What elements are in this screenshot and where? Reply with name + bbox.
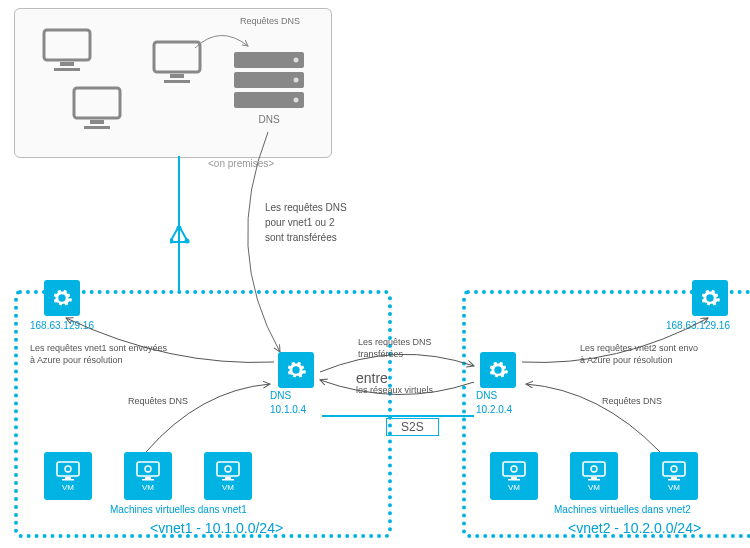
vnet1-azure-ip: 168.63.129.16 xyxy=(30,320,94,331)
svg-rect-1 xyxy=(60,62,74,66)
svg-rect-34 xyxy=(508,479,520,481)
svg-rect-7 xyxy=(170,74,184,78)
monitor-icon xyxy=(150,40,204,86)
monitor-icon xyxy=(40,28,94,74)
vnet1-dns-label: DNS xyxy=(270,390,291,401)
svg-rect-39 xyxy=(663,462,685,476)
svg-point-40 xyxy=(671,466,677,472)
vnet2-to-azure-label: Les requêtes vnet2 sont envo à Azure pou… xyxy=(580,342,698,366)
svg-rect-3 xyxy=(74,88,120,118)
svg-point-12 xyxy=(294,78,299,83)
vnet1-footer: <vnet1 - 10.1.0.0/24> xyxy=(150,520,283,536)
s2s-link xyxy=(322,415,474,417)
vm-icon: VM xyxy=(650,452,698,500)
vm-icon: VM xyxy=(570,452,618,500)
svg-rect-30 xyxy=(222,479,234,481)
svg-rect-31 xyxy=(503,462,525,476)
svg-point-24 xyxy=(145,466,151,472)
onprem-label: <on premises> xyxy=(208,158,274,169)
svg-point-36 xyxy=(591,466,597,472)
svg-rect-29 xyxy=(225,477,231,479)
svg-rect-4 xyxy=(90,120,104,124)
vnet2-req-label: Requêtes DNS xyxy=(602,396,662,406)
svg-point-32 xyxy=(511,466,517,472)
svg-rect-22 xyxy=(62,479,74,481)
vnet2-dns-ip: 10.2.0.4 xyxy=(476,404,512,415)
svg-rect-33 xyxy=(511,477,517,479)
vnet1-vm-group-label: Machines virtuelles dans vnet1 xyxy=(110,504,247,515)
vm-icon: VM xyxy=(204,452,252,500)
svg-rect-6 xyxy=(154,42,200,72)
gear-icon xyxy=(278,352,314,388)
svg-point-14 xyxy=(294,98,299,103)
gear-icon xyxy=(480,352,516,388)
inter-fwd-label: Les requêtes DNStransférées xyxy=(358,336,432,360)
svg-point-18 xyxy=(185,239,190,244)
s2s-label: S2S xyxy=(386,418,439,436)
svg-rect-38 xyxy=(588,479,600,481)
svg-rect-27 xyxy=(217,462,239,476)
svg-rect-42 xyxy=(668,479,680,481)
svg-rect-0 xyxy=(44,30,90,60)
forward-text: Les requêtes DNSpour vnet1 ou 2sont tran… xyxy=(265,200,347,245)
gear-icon xyxy=(692,280,728,316)
svg-rect-26 xyxy=(142,479,154,481)
onprem-dns-label: DNS xyxy=(232,114,306,125)
svg-rect-41 xyxy=(671,477,677,479)
monitor-icon xyxy=(70,86,124,132)
svg-rect-19 xyxy=(57,462,79,476)
vnet1-req-label: Requêtes DNS xyxy=(128,396,188,406)
svg-rect-37 xyxy=(591,477,597,479)
svg-rect-8 xyxy=(164,80,190,83)
svg-rect-5 xyxy=(84,126,110,129)
svg-rect-21 xyxy=(65,477,71,479)
entre-label: entre les réseaux virtuels xyxy=(356,370,433,395)
vnet1-dns-ip: 10.1.0.4 xyxy=(270,404,306,415)
svg-rect-35 xyxy=(583,462,605,476)
svg-rect-23 xyxy=(137,462,159,476)
gear-icon xyxy=(44,280,80,316)
onprem-req-label: Requêtes DNS xyxy=(240,16,300,26)
svg-point-20 xyxy=(65,466,71,472)
vm-icon: VM xyxy=(490,452,538,500)
svg-point-16 xyxy=(177,226,182,231)
svg-rect-25 xyxy=(145,477,151,479)
svg-rect-2 xyxy=(54,68,80,71)
vnet1-to-azure-label: Les requêtes vnet1 sont envoyées à Azure… xyxy=(30,342,167,366)
vm-icon: VM xyxy=(44,452,92,500)
server-rack-icon xyxy=(232,50,306,112)
vnet2-azure-ip: 168.63.129.16 xyxy=(666,320,730,331)
vm-icon: VM xyxy=(124,452,172,500)
link-icon xyxy=(170,156,200,292)
vnet2-footer: <vnet2 - 10.2.0.0/24> xyxy=(568,520,701,536)
svg-point-10 xyxy=(294,58,299,63)
vnet2-vm-group-label: Machines virtuelles dans vnet2 xyxy=(554,504,691,515)
vnet2-dns-label: DNS xyxy=(476,390,497,401)
svg-point-28 xyxy=(225,466,231,472)
